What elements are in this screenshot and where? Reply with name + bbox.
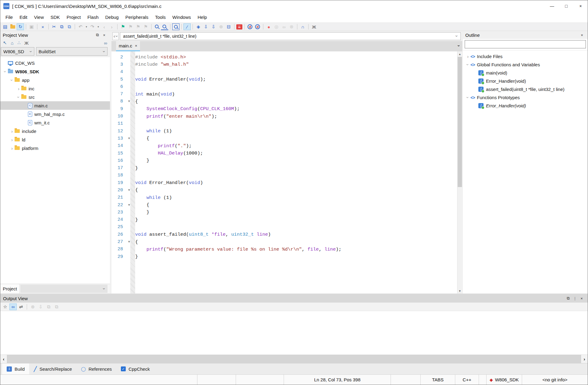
refresh-workspace-icon[interactable]: ↻ — [17, 23, 24, 30]
menu-view[interactable]: View — [31, 15, 47, 20]
function-navigator-dropdown[interactable]: assert_failed(uint8_t *file, uint32_t li… — [120, 32, 461, 40]
tree-item-assert-failed-uint8-t-file-uint32-t-line[interactable]: fassert_failed(uint8_t *file, uint32_t l… — [463, 85, 588, 93]
filter-output-icon[interactable]: ⇌ — [17, 303, 25, 310]
code-line-14[interactable]: 14 printf("."); — [111, 142, 457, 150]
home-icon[interactable]: ⌂ — [11, 40, 14, 46]
chevron-expanded-icon[interactable]: › — [466, 62, 470, 67]
project-select-dropdown[interactable]: W806_SD › — [1, 47, 34, 56]
clear-output-icon[interactable]: ⊗ — [29, 303, 36, 310]
code-line-17[interactable]: 17} — [111, 164, 457, 172]
close-panel-icon[interactable]: × — [101, 33, 108, 37]
float-panel-icon[interactable]: ⧉ — [565, 296, 572, 301]
editor-tab-main-c[interactable]: main.c × — [116, 41, 140, 51]
fold-marker-icon[interactable]: ▼ — [127, 240, 132, 244]
menu-edit[interactable]: Edit — [16, 15, 31, 20]
fold-marker-icon[interactable]: ▼ — [127, 100, 132, 103]
close-file-icon[interactable]: × — [39, 23, 46, 30]
code-line-21[interactable]: 21 while (1) — [111, 194, 457, 201]
save-icon[interactable]: ▣ — [28, 23, 35, 30]
code-line-19[interactable]: 19void Error_Handler(void) — [111, 179, 457, 186]
scroll-left-icon[interactable]: ‹ — [0, 355, 7, 363]
chevron-collapsed-icon[interactable]: › — [9, 129, 15, 134]
connect-icon[interactable]: ∞ — [280, 23, 288, 30]
prev-bookmark-icon[interactable]: ⚑ — [135, 23, 142, 30]
code-line-29[interactable]: 29} — [111, 253, 457, 260]
scrollbar-track[interactable] — [7, 355, 581, 363]
listen-icon[interactable]: ∩ — [299, 23, 306, 30]
menu-sdk[interactable]: SDK — [47, 15, 63, 20]
debug-settings-icon[interactable]: Ж — [24, 40, 29, 46]
horizontal-scrollbar[interactable]: ‹ › — [0, 355, 588, 363]
code-line-10[interactable]: 10 printf("enter main\r\n"); — [111, 113, 457, 120]
code-line-20[interactable]: 20▼{ — [111, 186, 457, 194]
copy-output-icon[interactable]: ⧉ — [45, 303, 52, 310]
menu-file[interactable]: File — [2, 15, 16, 20]
tab-search-replace[interactable]: ╱Search/Replace — [29, 363, 76, 374]
menu-windows[interactable]: Windows — [169, 15, 194, 20]
menu-help[interactable]: Help — [194, 15, 210, 20]
tab-build[interactable]: ⇩Build — [2, 363, 29, 374]
code-line-22[interactable]: 22▼ { — [111, 201, 457, 209]
code-line-24[interactable]: 24} — [111, 216, 457, 224]
minimize-button[interactable]: — — [545, 0, 559, 12]
clear-bookmarks-icon[interactable]: ⚑ — [142, 23, 149, 30]
tree-item-w806-sdk[interactable]: ›W806_SDK — [0, 67, 110, 76]
link-with-editor-icon[interactable]: ∞ — [104, 40, 107, 46]
code-line-23[interactable]: 23 } — [111, 209, 457, 216]
copy-icon[interactable]: ⧉ — [58, 23, 65, 30]
tab-close-icon[interactable]: × — [135, 43, 137, 48]
scrollbar-thumb[interactable] — [458, 57, 462, 187]
fold-marker-icon[interactable]: ▼ — [127, 137, 132, 140]
code-line-16[interactable]: 16 } — [111, 157, 457, 164]
build-settings-icon[interactable]: ∴ — [18, 40, 21, 46]
code-line-2[interactable]: 2#include <stdio.h> — [111, 54, 457, 61]
project-bottom-dropdown[interactable]: › — [20, 285, 108, 293]
code-line-26[interactable]: 26void assert_failed(uint8_t *file, uint… — [111, 231, 457, 238]
code-editor[interactable]: 2#include <stdio.h>3#include "wm_hal.h"4… — [111, 51, 457, 293]
tree-item-error-handler-void[interactable]: fError_Handler(void) — [463, 102, 588, 110]
scroll-down-icon[interactable]: ▼ — [457, 288, 462, 293]
cut-icon[interactable]: ✂ — [50, 23, 58, 30]
menu-tools[interactable]: Tools — [152, 15, 169, 20]
chevron-expanded-icon[interactable]: › — [10, 78, 14, 83]
tab-references[interactable]: ◯References — [77, 363, 116, 374]
editor-vertical-scrollbar[interactable]: ▲ ▼ — [457, 51, 462, 293]
next-bookmark-icon[interactable]: ⚑ — [127, 23, 134, 30]
locate-file-icon[interactable]: ↖ — [3, 40, 7, 46]
download-flash-icon[interactable]: ⇩ — [202, 23, 210, 30]
start-debug-icon[interactable]: d — [248, 24, 252, 29]
code-line-3[interactable]: 3#include "wm_hal.h" — [111, 61, 457, 68]
scroll-up-icon[interactable]: ▲ — [457, 51, 462, 57]
code-line-4[interactable]: 4 — [111, 68, 457, 76]
panel-menu-icon[interactable]: ⋮ — [572, 296, 578, 301]
tree-item-main-c[interactable]: Cmain.c — [0, 101, 110, 110]
debugger-bug-icon[interactable]: Ж — [310, 23, 318, 30]
tab-cppcheck[interactable]: ✓CppCheck — [116, 363, 154, 374]
format-code-icon[interactable]: ∕ — [183, 23, 191, 30]
chevron-collapsed-icon[interactable]: › — [16, 86, 21, 91]
new-file-icon[interactable]: ▤ — [2, 23, 9, 30]
tree-item-platform[interactable]: ›platform — [0, 144, 110, 152]
paste-icon[interactable]: ⧉ — [66, 23, 73, 30]
tree-item-include-files[interactable]: ›<>Include Files — [463, 52, 588, 61]
tree-item-inc[interactable]: ›inc — [0, 84, 110, 93]
pin-output-icon[interactable]: ☆ — [2, 303, 9, 310]
tree-item-error-handler-void[interactable]: fError_Handler(void) — [463, 77, 588, 85]
disconnect-icon[interactable]: ⊗ — [288, 23, 295, 30]
code-line-9[interactable]: 9 SystemClock_Config(CPU_CLK_160M); — [111, 105, 457, 113]
tree-item-include[interactable]: ›include — [0, 127, 110, 135]
redo-dropdown-icon[interactable]: ▾ — [96, 23, 100, 30]
tree-item-app[interactable]: ›app — [0, 76, 110, 84]
code-line-5[interactable]: 5void Error_Handler(void); — [111, 76, 457, 83]
close-panel-icon[interactable]: × — [578, 296, 585, 301]
close-button[interactable]: × — [573, 0, 588, 12]
search-icon[interactable] — [153, 23, 161, 30]
open-folder-icon[interactable] — [9, 23, 16, 30]
toggle-bookmark-icon[interactable]: ⚑ — [119, 23, 127, 30]
code-line-6[interactable]: 6 — [111, 83, 457, 90]
chevron-collapsed-icon[interactable]: › — [9, 146, 15, 151]
code-line-13[interactable]: 13▼ { — [111, 135, 457, 142]
code-line-12[interactable]: 12 while (1) — [111, 127, 457, 135]
chevron-collapsed-icon[interactable]: › — [9, 137, 15, 142]
link-output-icon[interactable]: ∞ — [9, 303, 17, 310]
